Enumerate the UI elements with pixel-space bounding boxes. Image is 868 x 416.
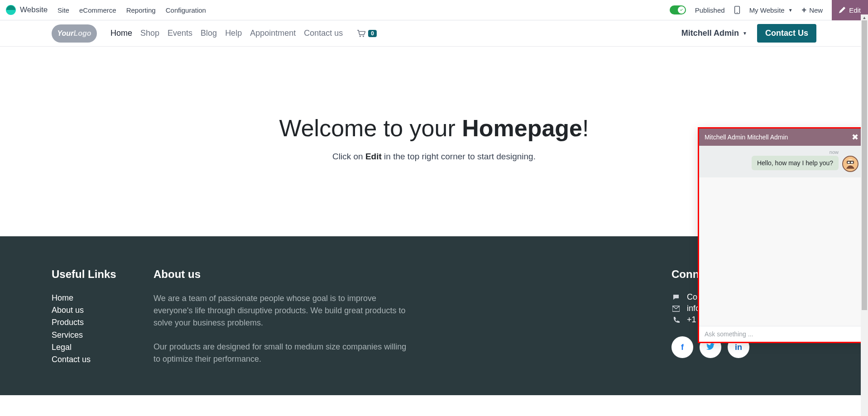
admin-toolbar: Website Site eCommerce Reporting Configu… [0,0,868,20]
user-name: Mitchell Admin [681,29,739,38]
chat-header[interactable]: Mitchell Admin Mitchell Admin ✖ [699,129,864,146]
site-logo[interactable]: YourLogo [52,24,97,43]
website-switcher-label: My Website [749,6,785,14]
svg-rect-10 [851,162,853,163]
new-button[interactable]: + New [802,6,823,14]
livechat-widget: Mitchell Admin Mitchell Admin ✖ now Hell… [698,127,865,343]
scroll-up-icon[interactable]: ▲ [861,14,868,20]
contact-us-button[interactable]: Contact Us [757,24,816,43]
nav-home[interactable]: Home [110,29,132,38]
cart-button[interactable]: 0 [357,30,377,37]
pencil-icon [839,7,845,13]
site-header: YourLogo Home Shop Events Blog Help Appo… [0,20,868,47]
footer-about-title: About us [153,268,407,281]
new-label: New [809,6,823,14]
footer-link-contact[interactable]: Contact us [52,354,153,365]
admin-menu-configuration[interactable]: Configuration [166,6,206,14]
cart-icon [357,30,365,37]
footer-about-p2: Our products are designed for small to m… [153,341,407,365]
avatar [842,156,858,172]
site-nav: Home Shop Events Blog Help Appointment C… [110,29,377,38]
published-label[interactable]: Published [695,6,725,14]
user-dropdown[interactable]: Mitchell Admin ▼ [681,29,747,38]
message-bubble: Hello, how may I help you? [752,156,839,170]
message-time: now [705,149,858,155]
svg-point-3 [360,35,361,37]
nav-shop[interactable]: Shop [140,29,159,38]
facebook-icon: f [681,343,684,352]
nav-contact[interactable]: Contact us [304,29,343,38]
close-icon[interactable]: ✖ [852,132,858,142]
footer-link-home[interactable]: Home [52,292,153,304]
svg-point-4 [363,35,364,37]
mail-icon [671,305,681,312]
mobile-preview-icon[interactable] [734,6,740,14]
nav-appointment[interactable]: Appointment [250,29,296,38]
chevron-down-icon: ▼ [788,8,793,13]
chevron-down-icon: ▼ [743,31,747,36]
speech-icon [671,294,681,301]
nav-events[interactable]: Events [168,29,192,38]
cart-count-badge: 0 [368,30,377,37]
plus-icon: + [802,6,807,14]
odoo-logo-icon [5,5,16,15]
facebook-button[interactable]: f [671,336,693,358]
app-name[interactable]: Website [20,5,48,14]
footer-link-products[interactable]: Products [52,317,153,328]
footer-link-services[interactable]: Services [52,330,153,341]
admin-menu-site[interactable]: Site [58,6,69,14]
phone-icon [671,316,681,324]
nav-blog[interactable]: Blog [201,29,217,38]
footer-about-column: About us We are a team of passionate peo… [153,268,407,377]
footer-link-about[interactable]: About us [52,305,153,316]
scrollbar[interactable]: ▲ [861,20,868,416]
admin-menu: Site eCommerce Reporting Configuration [58,6,206,14]
website-switcher[interactable]: My Website ▼ [749,6,793,14]
footer-link-legal[interactable]: Legal [52,342,153,353]
footer-links-title: Useful Links [52,268,153,281]
chat-input-area [699,326,864,342]
scrollbar-thumb[interactable] [862,20,867,310]
admin-menu-ecommerce[interactable]: eCommerce [79,6,116,14]
admin-menu-reporting[interactable]: Reporting [126,6,156,14]
linkedin-icon: in [735,343,742,352]
chat-body: now Hello, how may I help you? [699,146,864,326]
twitter-icon [706,343,715,352]
svg-rect-9 [848,162,850,163]
nav-help[interactable]: Help [225,29,242,38]
svg-point-2 [737,12,738,13]
footer-about-p1: We are a team of passionate people whose… [153,292,407,329]
edit-label: Edit [849,6,861,14]
published-toggle[interactable] [670,5,686,14]
chat-input[interactable] [705,330,858,338]
check-icon [678,6,685,14]
chat-title: Mitchell Admin Mitchell Admin [705,134,788,141]
footer-links-column: Useful Links Home About us Products Serv… [52,268,153,377]
